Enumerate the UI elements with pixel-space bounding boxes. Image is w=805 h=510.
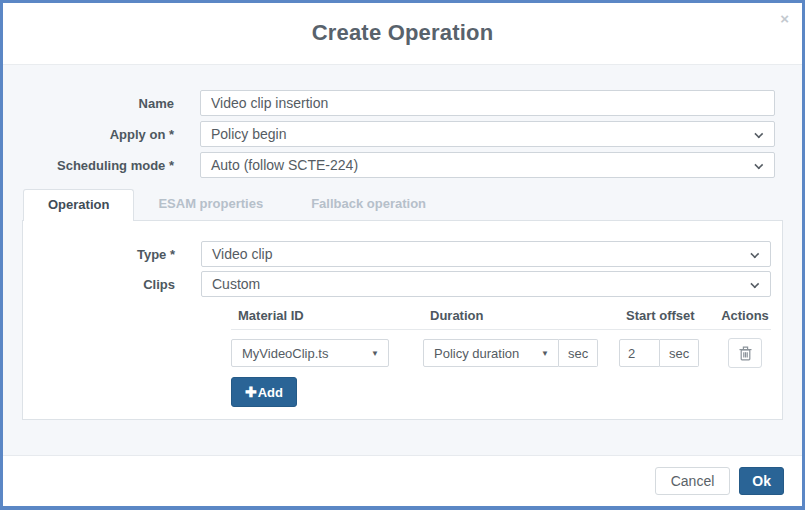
- chevron-down-icon: [754, 161, 763, 170]
- start-offset-group: sec: [619, 339, 719, 367]
- dropdown-arrow-icon: ▼: [541, 349, 549, 358]
- duration-unit-addon: sec: [559, 339, 598, 367]
- scheduling-mode-select[interactable]: Auto (follow SCTE-224): [200, 152, 775, 178]
- material-id-value: MyVideoClip.ts: [242, 346, 328, 361]
- duration-select[interactable]: Policy duration ▼: [423, 339, 559, 367]
- apply-on-select[interactable]: Policy begin: [200, 121, 775, 147]
- name-row: Name: [3, 90, 775, 116]
- clip-row: MyVideoClip.ts ▼ Policy duration ▼ sec: [231, 338, 771, 368]
- tab-fallback-operation[interactable]: Fallback operation: [287, 189, 450, 220]
- chevron-down-icon: [750, 280, 759, 289]
- start-offset-unit-addon: sec: [660, 339, 699, 367]
- clips-row: Clips Custom: [23, 271, 771, 297]
- scheduling-mode-label: Scheduling mode *: [3, 158, 200, 173]
- create-operation-dialog: Create Operation × Name Apply on * Polic…: [0, 0, 805, 510]
- type-value: Video clip: [212, 246, 272, 262]
- col-start-offset: Start offset: [619, 308, 719, 323]
- tab-operation[interactable]: Operation: [23, 189, 134, 221]
- chevron-down-icon: [750, 250, 759, 259]
- dialog-body: Name Apply on * Policy begin Scheduling …: [3, 65, 802, 455]
- cancel-button[interactable]: Cancel: [655, 467, 731, 495]
- dialog-title: Create Operation: [3, 3, 802, 63]
- type-select[interactable]: Video clip: [201, 241, 771, 267]
- clips-table-header: Material ID Duration Start offset Action…: [231, 308, 771, 330]
- operation-tab-panel: Type * Video clip Clips Custom Material …: [22, 220, 783, 420]
- scheduling-mode-row: Scheduling mode * Auto (follow SCTE-224): [3, 152, 775, 178]
- col-actions: Actions: [719, 308, 771, 323]
- trash-icon: [739, 346, 752, 361]
- name-label: Name: [3, 96, 200, 111]
- duration-value: Policy duration: [434, 346, 519, 361]
- tab-esam-properties[interactable]: ESAM properties: [134, 189, 287, 220]
- add-label: Add: [258, 385, 283, 400]
- dialog-header: Create Operation ×: [3, 3, 802, 65]
- apply-on-row: Apply on * Policy begin: [3, 121, 775, 147]
- name-input[interactable]: [200, 90, 775, 116]
- ok-button[interactable]: Ok: [739, 467, 784, 495]
- col-material-id: Material ID: [231, 308, 423, 323]
- col-duration: Duration: [423, 308, 619, 323]
- delete-clip-button[interactable]: [728, 338, 762, 368]
- dropdown-arrow-icon: ▼: [371, 349, 379, 358]
- plus-icon: ✚: [245, 384, 257, 400]
- clips-label: Clips: [23, 277, 201, 292]
- tab-bar: Operation ESAM properties Fallback opera…: [23, 189, 782, 220]
- apply-on-label: Apply on *: [3, 127, 200, 142]
- chevron-down-icon: [754, 130, 763, 139]
- close-icon[interactable]: ×: [780, 11, 789, 26]
- duration-group: Policy duration ▼ sec: [423, 339, 619, 367]
- dialog-footer: Cancel Ok: [3, 455, 802, 506]
- clips-table: Material ID Duration Start offset Action…: [231, 308, 771, 368]
- type-row: Type * Video clip: [23, 241, 771, 267]
- material-id-select[interactable]: MyVideoClip.ts ▼: [231, 339, 389, 367]
- scheduling-mode-value: Auto (follow SCTE-224): [211, 157, 358, 173]
- type-label: Type *: [23, 247, 201, 262]
- clips-select[interactable]: Custom: [201, 271, 771, 297]
- apply-on-value: Policy begin: [211, 126, 287, 142]
- clips-value: Custom: [212, 276, 260, 292]
- add-clip-button[interactable]: ✚Add: [231, 377, 297, 407]
- start-offset-input[interactable]: [619, 339, 660, 367]
